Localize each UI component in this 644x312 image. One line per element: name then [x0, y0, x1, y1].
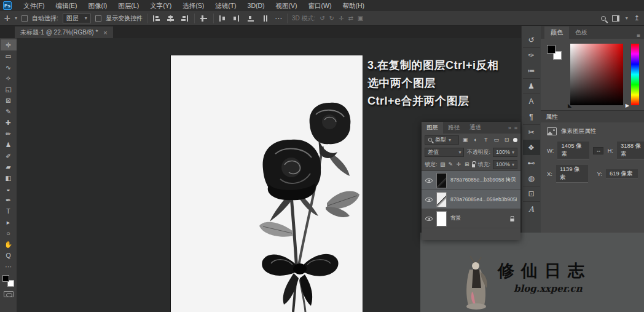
menu-image[interactable]: 图像(I) [82, 0, 112, 11]
close-icon[interactable]: × [103, 29, 107, 36]
foreground-color-swatch[interactable] [547, 45, 556, 54]
layer-thumbnail[interactable] [436, 211, 447, 226]
lock-position-icon[interactable]: ✛ [456, 161, 461, 167]
layer-filter-toggle[interactable] [513, 138, 517, 142]
fill-field[interactable]: 100% ▾ [493, 160, 517, 169]
toolbar-more-icon[interactable]: ⋯ [1, 261, 17, 272]
frame-tool[interactable]: ⊠ [1, 95, 17, 106]
glyphs-panel-icon[interactable]: A [523, 201, 540, 217]
brush-settings-panel-icon[interactable]: ✑ [523, 47, 540, 63]
align-center-horizontal-icon[interactable] [166, 14, 176, 23]
menu-filter[interactable]: 滤镜(T) [210, 0, 242, 11]
menu-view[interactable]: 视图(V) [270, 0, 303, 11]
blend-mode-dropdown[interactable]: 差值 ▾ [425, 148, 464, 157]
filter-type-layers-icon[interactable]: T [482, 137, 490, 143]
menu-layer[interactable]: 图层(L) [112, 0, 144, 11]
tab-color[interactable]: 颜色 [544, 26, 569, 39]
brush-tool[interactable]: ✏ [1, 128, 17, 139]
visibility-eye-icon[interactable] [425, 198, 433, 202]
filter-shape-layers-icon[interactable]: ▭ [492, 137, 500, 143]
auto-select-dropdown[interactable]: 图层 ▾ [63, 14, 91, 23]
shape-tool[interactable]: ○ [1, 228, 17, 239]
gradient-tool[interactable]: ◧ [1, 172, 17, 183]
collapse-panel-icon[interactable]: » [508, 125, 511, 131]
quick-selection-tool[interactable]: ✧ [1, 73, 17, 84]
tool-preset-caret-icon[interactable]: ▾ [15, 15, 17, 21]
workspace-caret-icon[interactable]: ▾ [626, 15, 628, 21]
lock-all-icon[interactable] [472, 164, 475, 167]
paragraph-panel-icon[interactable]: ¶ [523, 109, 540, 124]
opacity-field[interactable]: 100% ▾ [493, 148, 517, 157]
layer-row-copy[interactable]: 878a76085e...b3b9058 拷贝 [422, 171, 520, 190]
hue-slider[interactable] [631, 44, 639, 105]
clone-stamp-tool[interactable]: ♟ [1, 139, 17, 150]
rectangular-marquee-tool[interactable]: ▭ [1, 50, 17, 62]
lasso-tool[interactable]: ∿ [1, 62, 17, 73]
workspace-icon[interactable] [612, 15, 619, 22]
x-field[interactable]: 1139 像素 [556, 165, 588, 183]
align-left-icon[interactable] [152, 14, 162, 23]
brushes-panel-icon[interactable]: ≔ [523, 63, 540, 78]
move-tool[interactable]: ✛ [1, 39, 17, 50]
lock-artboard-icon[interactable]: ⊞ [464, 161, 469, 167]
layer-thumbnail[interactable] [436, 192, 447, 207]
distribute-center-icon[interactable] [232, 14, 242, 23]
blur-tool[interactable]: ◒ [1, 183, 17, 194]
history-brush-tool[interactable]: ✐ [1, 150, 17, 161]
layer-row-original[interactable]: 878a76085e4...059eb3b9058 [422, 190, 520, 209]
document-canvas[interactable] [171, 55, 363, 312]
healing-brush-tool[interactable]: ✚ [1, 117, 17, 128]
clone-source-panel-icon[interactable]: ♟ [523, 78, 540, 94]
filter-adjustment-layers-icon[interactable]: ◐ [472, 137, 480, 143]
distribute-left-icon[interactable] [218, 14, 228, 23]
type-tool[interactable]: T [1, 206, 17, 217]
crop-tool[interactable]: ◱ [1, 84, 17, 95]
auto-select-checkbox[interactable] [22, 15, 28, 22]
lock-transparent-pixels-icon[interactable]: ▨ [440, 161, 446, 167]
filter-pixel-layers-icon[interactable]: ▣ [461, 137, 469, 143]
tab-layers[interactable]: 图层 [422, 122, 443, 134]
foreground-color-swatch[interactable] [2, 275, 9, 282]
layer-filter-dropdown[interactable]: 类型 ▾ [425, 135, 459, 145]
history-panel-icon[interactable]: ↺ [523, 32, 540, 47]
pen-tool[interactable]: ✒ [1, 194, 17, 206]
tool-presets-panel-icon[interactable]: ✂ [523, 124, 540, 140]
visibility-eye-icon[interactable] [425, 217, 433, 221]
menu-3d[interactable]: 3D(D) [242, 0, 270, 11]
link-dimensions-icon[interactable]: ⇔ [593, 147, 603, 154]
align-options-more-icon[interactable]: ⋯ [275, 14, 283, 23]
filter-smart-objects-icon[interactable]: ⊡ [503, 137, 511, 143]
height-field[interactable]: 3188 像素 [617, 142, 644, 159]
show-transform-checkbox[interactable] [95, 15, 101, 22]
lock-image-pixels-icon[interactable]: ✎ [448, 161, 454, 167]
saturation-brightness-picker[interactable] [570, 44, 623, 105]
hand-tool[interactable]: ✋ [1, 239, 17, 250]
visibility-eye-icon[interactable] [425, 178, 433, 183]
menu-help[interactable]: 帮助(H) [337, 0, 371, 11]
document-tab[interactable]: 未标题-1 @ 22.7%(RGB/8) * × [15, 26, 113, 38]
tab-paths[interactable]: 路径 [443, 122, 465, 134]
align-right-icon[interactable] [180, 14, 190, 23]
menu-file[interactable]: 文件(F) [18, 0, 50, 11]
tab-swatches[interactable]: 色板 [569, 26, 594, 39]
menu-type[interactable]: 文字(Y) [144, 0, 177, 11]
eraser-tool[interactable]: ▰ [1, 161, 17, 172]
search-icon[interactable] [601, 16, 606, 21]
tab-channels[interactable]: 通道 [465, 122, 486, 134]
distribute-bottom-icon[interactable] [246, 14, 256, 23]
panel-menu-icon[interactable]: ≡ [514, 125, 517, 131]
align-center-vertical-icon[interactable] [199, 14, 209, 23]
share-icon[interactable]: ↥ [634, 14, 640, 22]
menu-select[interactable]: 选择(S) [177, 0, 210, 11]
character-panel-icon[interactable]: A [523, 94, 540, 109]
layer-row-background[interactable]: 背景 [422, 209, 520, 228]
3d-panel-icon[interactable]: ◍ [523, 170, 540, 186]
path-selection-tool[interactable]: ▸ [1, 217, 17, 228]
libraries-panel-icon[interactable]: ⊡ [523, 186, 540, 201]
eyedropper-tool[interactable]: ✎ [1, 106, 17, 117]
paths-panel-icon[interactable]: ⊷ [523, 155, 540, 170]
layer-thumbnail[interactable] [436, 173, 447, 188]
zoom-tool[interactable]: Q [1, 250, 17, 261]
menu-window[interactable]: 窗口(W) [303, 0, 337, 11]
quick-mask-icon[interactable] [4, 291, 14, 297]
